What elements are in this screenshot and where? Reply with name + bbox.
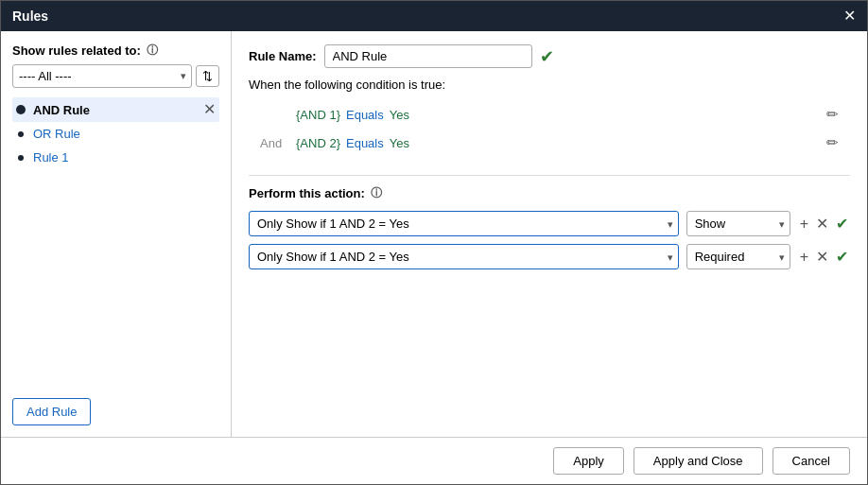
condition-list: {AND 1} Equals Yes ✏ And {AND 2} Equals … bbox=[249, 101, 850, 156]
condition-label: When the following condition is true: bbox=[249, 78, 850, 92]
footer: Apply Apply and Close Cancel bbox=[1, 437, 867, 484]
filter-row: ---- All ---- ▾ ⇅ bbox=[12, 64, 219, 88]
cond-operator-1: Equals bbox=[346, 108, 384, 122]
action-select-1[interactable]: Only Show if 1 AND 2 = Yes bbox=[249, 211, 679, 236]
action-type-2[interactable]: Required bbox=[686, 244, 790, 269]
action-valid-1-icon: ✔ bbox=[834, 217, 850, 232]
sort-button[interactable]: ⇅ bbox=[196, 65, 219, 87]
rule-name-input[interactable] bbox=[324, 44, 532, 68]
all-select-wrapper: ---- All ---- ▾ bbox=[12, 64, 192, 88]
rule-item-rule1[interactable]: Rule 1 bbox=[12, 146, 219, 169]
remove-action-2-button[interactable]: ✕ bbox=[814, 250, 830, 265]
condition-row-1: {AND 1} Equals Yes ✏ bbox=[249, 101, 850, 128]
remove-action-1-button[interactable]: ✕ bbox=[814, 217, 830, 232]
edit-condition-1-button[interactable]: ✏ bbox=[826, 106, 839, 123]
dialog-title: Rules bbox=[12, 9, 48, 24]
info-icon[interactable]: ⓘ bbox=[147, 43, 158, 59]
close-button[interactable]: ✕ bbox=[843, 9, 856, 24]
cond-value-2: Yes bbox=[390, 136, 409, 150]
add-action-2-button[interactable]: + bbox=[798, 250, 810, 265]
add-rule-button[interactable]: Add Rule bbox=[12, 398, 91, 425]
add-action-1-button[interactable]: + bbox=[798, 217, 810, 232]
apply-button[interactable]: Apply bbox=[553, 447, 624, 475]
action-select-1-wrapper: Only Show if 1 AND 2 = Yes ▾ bbox=[249, 211, 679, 236]
all-select[interactable]: ---- All ---- bbox=[12, 64, 192, 88]
rules-dialog: Rules ✕ Show rules related to: ⓘ ---- Al… bbox=[0, 0, 868, 485]
action-row-2: Only Show if 1 AND 2 = Yes ▾ Required ▾ … bbox=[249, 244, 850, 269]
left-panel: Show rules related to: ⓘ ---- All ---- ▾… bbox=[1, 31, 232, 437]
cond-prefix-2: And bbox=[260, 136, 290, 150]
action-type-2-wrapper: Required ▾ bbox=[686, 244, 790, 269]
cond-value-1: Yes bbox=[390, 108, 409, 122]
rule-name-or: OR Rule bbox=[33, 127, 216, 141]
action-label-row: Perform this action: ⓘ bbox=[249, 185, 850, 201]
valid-icon: ✔ bbox=[540, 46, 554, 67]
rule-name-row: Rule Name: ✔ bbox=[249, 44, 850, 68]
cancel-button[interactable]: Cancel bbox=[773, 447, 850, 475]
rule-bullet-or bbox=[18, 131, 24, 137]
cond-variable-1: {AND 1} bbox=[296, 108, 340, 122]
action-type-1[interactable]: Show bbox=[686, 211, 790, 236]
rule-bullet-rule1 bbox=[18, 155, 24, 161]
action-info-icon[interactable]: ⓘ bbox=[371, 185, 382, 201]
action-select-2-wrapper: Only Show if 1 AND 2 = Yes ▾ bbox=[249, 244, 679, 269]
cond-variable-2: {AND 2} bbox=[296, 136, 340, 150]
action-type-1-wrapper: Show ▾ bbox=[686, 211, 790, 236]
title-bar: Rules ✕ bbox=[1, 1, 867, 31]
rule-item-and[interactable]: AND Rule ✕ bbox=[12, 97, 219, 122]
action-controls-2: + ✕ ✔ bbox=[798, 250, 850, 265]
show-rules-label: Show rules related to: ⓘ bbox=[12, 43, 219, 59]
main-content: Show rules related to: ⓘ ---- All ---- ▾… bbox=[1, 31, 867, 437]
right-panel: Rule Name: ✔ When the following conditio… bbox=[232, 31, 867, 437]
rule-item-or[interactable]: OR Rule bbox=[12, 122, 219, 146]
rule-bullet-and bbox=[16, 105, 26, 114]
apply-close-button[interactable]: Apply and Close bbox=[634, 447, 763, 475]
condition-row-2: And {AND 2} Equals Yes ✏ bbox=[249, 130, 850, 156]
action-select-2[interactable]: Only Show if 1 AND 2 = Yes bbox=[249, 244, 679, 269]
remove-rule-and-button[interactable]: ✕ bbox=[203, 102, 216, 117]
action-label-text: Perform this action: bbox=[249, 186, 365, 200]
cond-operator-2: Equals bbox=[346, 136, 384, 150]
action-valid-2-icon: ✔ bbox=[834, 250, 850, 265]
divider bbox=[249, 175, 850, 176]
rule-name-label: Rule Name: bbox=[249, 49, 317, 63]
rules-list: AND Rule ✕ OR Rule Rule 1 bbox=[12, 97, 219, 389]
action-row-1: Only Show if 1 AND 2 = Yes ▾ Show ▾ + ✕ … bbox=[249, 211, 850, 236]
edit-condition-2-button[interactable]: ✏ bbox=[826, 134, 839, 151]
action-controls-1: + ✕ ✔ bbox=[798, 217, 850, 232]
rule-name-rule1: Rule 1 bbox=[33, 150, 216, 165]
rule-name-and: AND Rule bbox=[33, 103, 203, 117]
